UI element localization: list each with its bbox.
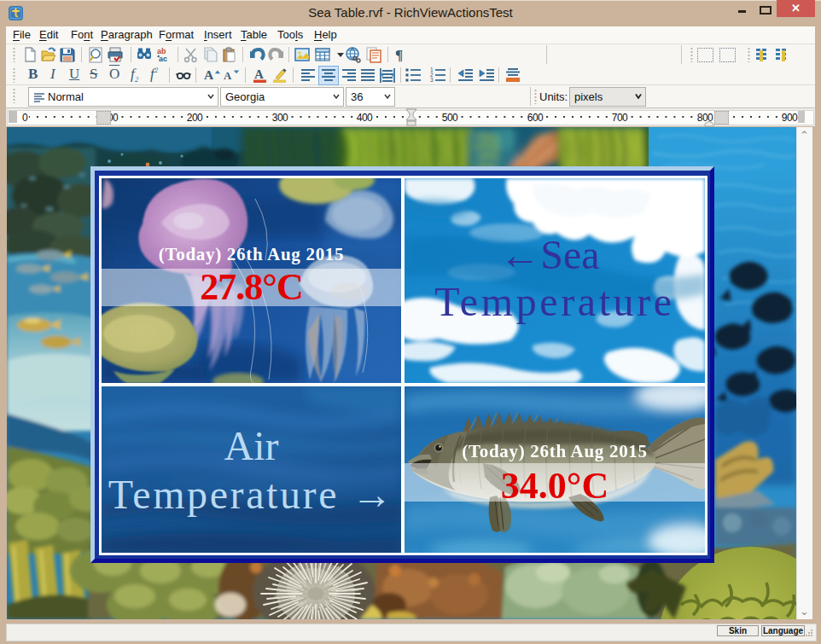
svg-text:A: A	[224, 70, 232, 82]
svg-text:A: A	[204, 67, 214, 82]
svg-text:3: 3	[430, 77, 434, 83]
svg-text:ac: ac	[159, 55, 167, 63]
svg-text:A: A	[254, 67, 264, 81]
svg-text:¶: ¶	[395, 47, 403, 63]
